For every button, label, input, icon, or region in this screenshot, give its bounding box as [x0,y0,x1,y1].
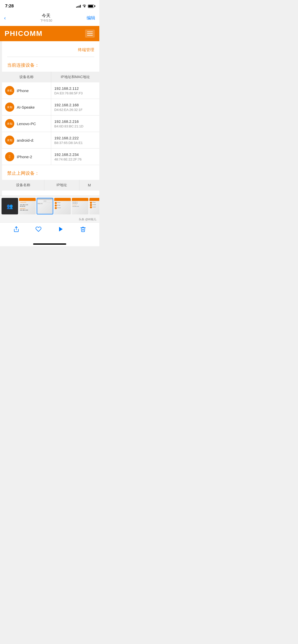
home-bar [33,243,66,245]
bottom-toolbar [0,222,99,241]
device-mac: 48:74:6E:22:2F:76 [54,157,96,161]
share-button[interactable] [13,226,19,234]
trash-icon [80,226,86,234]
device-ip-mac-cell: 192.168.2.234 48:74:6E:22:2F:76 [51,149,99,165]
play-icon [58,226,64,234]
banned-section: 禁止上网设备： 设备名称 IP地址 M [2,165,99,196]
device-badge: 未知 [5,119,14,128]
device-mac: D4:62:EA:26:32:1F [54,108,96,112]
phicomm-logo: PHICOMM [5,30,43,38]
banned-table-header-row: 设备名称 IP地址 M [2,180,99,191]
device-badge: 本机 [5,86,14,95]
table-row: 未知 AI-Speake 192.168.2.168 D4:62:EA:26:3… [2,99,99,115]
device-name: Lenovo-PC [17,122,36,126]
banned-col-name: 设备名称 [2,180,44,191]
back-button[interactable]: ‹ [4,15,6,21]
table-row:  iPhone-2 192.168.2.234 48:74:6E:22:2F:… [2,149,99,165]
thumbnail-3[interactable]: •••••••• Status info [37,198,53,214]
svg-marker-2 [59,227,63,231]
status-icons [76,4,94,8]
like-button[interactable] [35,226,42,234]
device-mac: DA:E0:76:88:5F:F3 [54,91,96,95]
thumbnail-4[interactable]: iPhone AI-Spk Lenovo [54,198,71,214]
device-ip: 192.168.2.216 [54,119,96,124]
device-badge:  [5,152,14,161]
device-ip: 192.168.2.222 [54,136,96,140]
device-badge: 未知 [5,103,14,112]
hamburger-line-2 [87,33,93,34]
heart-icon [35,226,42,234]
banned-col-ip: IP地址 [44,180,79,191]
device-ip: 192.168.2.168 [54,103,96,107]
connected-section-label: 当前连接设备： [2,57,99,72]
col-header-ip-mac: IP地址和MAC地址 [51,72,99,82]
thumbnail-5[interactable]: 192.168.2.1 192.168.2.2 Lenovo-P 192.168… [72,198,88,214]
thumbnail-2[interactable]: Lenovo-PC 192.168.2.216 B4:6D:83 android… [19,198,36,214]
device-name-cell:  iPhone-2 [2,149,51,165]
nav-bar: ‹ 今天 下午5:50 编辑 [0,11,99,26]
device-name-cell: 未知 android-d: [2,132,51,149]
thumbnail-strip[interactable]: 👥 Lenovo-PC 192.168.2.216 B4:6D:83 andro… [0,196,99,216]
connected-devices-table: 设备名称 IP地址和MAC地址 本机 iPhone 192.168.2.112 … [2,72,99,165]
status-bar: 7:28 [0,0,99,11]
signal-icon [76,5,81,8]
device-ip-mac-cell: 192.168.2.112 DA:E0:76:88:5F:F3 [51,82,99,99]
device-ip: 192.168.2.112 [54,86,96,91]
device-mac: B4:6D:83:BC:21:1D [54,124,96,128]
hamburger-menu-button[interactable] [85,30,95,38]
device-name-cell: 未知 AI-Speake [2,99,51,115]
device-name: AI-Speake [17,105,35,109]
device-name: iPhone-2 [17,155,32,159]
col-header-name: 设备名称 [2,72,51,82]
device-badge: 未知 [5,136,14,145]
battery-icon [88,5,94,8]
banned-section-label: 禁止上网设备： [2,165,99,180]
share-icon [13,226,19,234]
banned-devices-table: 设备名称 IP地址 M [2,180,99,191]
device-name-cell: 未知 Lenovo-PC [2,115,51,132]
device-name: android-d: [17,138,34,142]
device-mac: B8:37:65:D8:3A:E1 [54,141,96,145]
nav-subtitle: 下午5:50 [6,19,87,23]
wifi-icon [82,4,86,8]
phicomm-header: PHICOMM [0,26,99,41]
svg-point-0 [84,7,85,7]
table-header-row: 设备名称 IP地址和MAC地址 [2,72,99,82]
attribution: 头条 @W颠儿 [0,216,99,222]
nav-center: 今天 下午5:50 [6,13,87,23]
delete-button[interactable] [80,226,86,234]
device-ip-mac-cell: 192.168.2.222 B8:37:65:D8:3A:E1 [51,132,99,149]
status-time: 7:28 [5,4,14,9]
hamburger-line-1 [87,32,93,32]
device-ip-mac-cell: 192.168.2.216 B4:6D:83:BC:21:1D [51,115,99,132]
table-row: 未知 android-d: 192.168.2.222 B8:37:65:D8:… [2,132,99,149]
table-row: 未知 Lenovo-PC 192.168.2.216 B4:6D:83:BC:2… [2,115,99,132]
nav-title: 今天 [6,13,87,19]
home-indicator [0,241,99,246]
hamburger-line-3 [87,35,93,36]
page-title: 终端管理 [2,41,99,57]
device-name: iPhone [17,89,29,93]
content-area: 终端管理 当前连接设备： 设备名称 IP地址和MAC地址 本机 iPhone 1… [0,41,99,196]
thumbnail-1[interactable]: 👥 [2,198,18,214]
thumbnail-6[interactable]: iPhone android Lenovo [89,198,99,214]
table-row: 本机 iPhone 192.168.2.112 DA:E0:76:88:5F:F… [2,82,99,99]
banned-col-mac: M [79,180,99,191]
play-button[interactable] [58,226,64,234]
device-name-cell: 本机 iPhone [2,82,51,99]
device-ip: 192.168.2.234 [54,152,96,157]
device-ip-mac-cell: 192.168.2.168 D4:62:EA:26:32:1F [51,99,99,115]
edit-button[interactable]: 编辑 [87,15,95,21]
